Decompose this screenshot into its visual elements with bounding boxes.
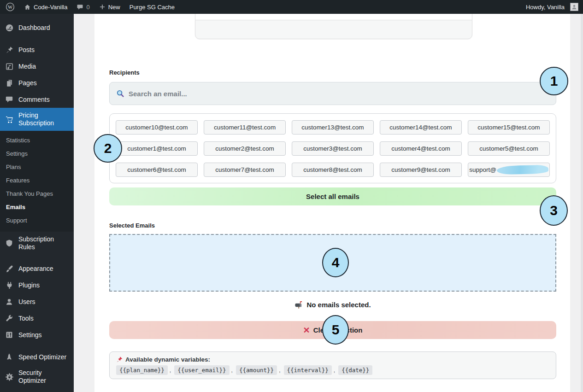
- sidebar-item-label: Subscription Rules: [18, 235, 70, 251]
- pushpin-icon: [5, 45, 14, 54]
- sidebar-item-label: Settings: [18, 331, 42, 339]
- submenu-item-statistics[interactable]: Statistics: [0, 134, 74, 147]
- annotation-callout-2: 2: [94, 134, 122, 163]
- sidebar-item-pages[interactable]: Pages: [0, 75, 74, 91]
- wrench-icon: [5, 314, 14, 323]
- mailbox-icon: [294, 300, 303, 309]
- dynamic-variables-box: Available dynamic variables: {{plan_name…: [109, 351, 556, 379]
- submenu-item-features[interactable]: Features: [0, 174, 74, 187]
- submenu-item-plans[interactable]: Plans: [0, 160, 74, 174]
- site-name-label: Code-Vanilla: [34, 4, 67, 11]
- submenu-item-thank-you-pages[interactable]: Thank You Pages: [0, 187, 74, 200]
- media-icon: [5, 62, 14, 71]
- admin-sidebar: Dashboard Posts Media Pages Comments Pri…: [0, 14, 74, 392]
- sidebar-item-subscription-rules[interactable]: Subscription Rules: [0, 232, 74, 255]
- sidebar-item-label: Posts: [18, 46, 35, 54]
- purge-sg-cache-label: Purge SG Cache: [130, 4, 175, 11]
- purge-sg-cache-menu[interactable]: Purge SG Cache: [125, 0, 179, 14]
- sidebar-item-comments[interactable]: Comments: [0, 91, 74, 108]
- sidebar-item-label: Tools: [18, 315, 34, 322]
- user-icon: [5, 297, 14, 306]
- editor-bottom-partial: [195, 14, 472, 39]
- variable-separator: ,: [279, 367, 280, 374]
- sidebar-item-tools[interactable]: Tools: [0, 310, 74, 327]
- email-chip[interactable]: customer11@test.com: [204, 120, 286, 135]
- submenu-item-settings[interactable]: Settings: [0, 147, 74, 160]
- email-chip[interactable]: customer9@test.com: [380, 163, 462, 177]
- email-chip[interactable]: customer6@test.com: [116, 163, 198, 177]
- submenu-item-emails[interactable]: Emails: [0, 200, 74, 214]
- site-name-menu[interactable]: Code-Vanilla: [19, 0, 72, 14]
- variable-separator: ,: [334, 367, 335, 374]
- select-all-emails-button[interactable]: Select all emails: [109, 187, 556, 205]
- comments-bubble-icon: [5, 95, 14, 104]
- sidebar-item-plugins[interactable]: Plugins: [0, 277, 74, 293]
- sidebar-item-label: Users: [18, 298, 35, 306]
- variables-title: Available dynamic variables:: [125, 356, 210, 363]
- email-chip[interactable]: customer13@test.com: [292, 120, 374, 135]
- sidebar-item-media[interactable]: Media: [0, 58, 74, 75]
- sidebar-item-speed-optimizer[interactable]: Speed Optimizer: [0, 349, 74, 365]
- sidebar-item-pricing-subscription[interactable]: Pricing Subscription: [0, 108, 74, 131]
- admin-top-bar: W Code-Vanilla 0 New Purge SG Cache Ho: [0, 0, 583, 14]
- account-menu[interactable]: Howdy, Vanilla: [520, 0, 583, 14]
- pushpin-red-icon: [116, 356, 123, 363]
- howdy-label: Howdy, Vanilla: [526, 4, 565, 11]
- security-gear-lock-icon: [5, 372, 14, 381]
- variable-chip: {{interval}}: [284, 365, 332, 375]
- sidebar-item-label: Pricing Subscription: [18, 111, 70, 127]
- sidebar-item-posts[interactable]: Posts: [0, 41, 74, 58]
- plus-icon: [99, 4, 106, 10]
- search-input[interactable]: [129, 90, 549, 98]
- wordpress-logo-menu[interactable]: W: [0, 0, 19, 14]
- email-chip[interactable]: customer1@test.com: [116, 141, 198, 156]
- wordpress-logo-icon: W: [6, 2, 15, 12]
- annotation-callout-5: 5: [322, 315, 349, 345]
- redaction-scribble: [497, 165, 548, 175]
- email-chip[interactable]: customer2@test.com: [204, 141, 286, 156]
- sidebar-item-label: Dashboard: [18, 24, 50, 32]
- search-icon: [116, 89, 125, 98]
- annotation-callout-4: 4: [322, 248, 349, 277]
- red-x-icon: ✕: [303, 326, 310, 334]
- sidebar-item-collapse-menu[interactable]: Collapse Menu: [0, 388, 74, 392]
- sidebar-item-appearance[interactable]: Appearance: [0, 260, 74, 277]
- email-chip[interactable]: customer14@test.com: [380, 120, 462, 135]
- selected-emails-label: Selected Emails: [109, 222, 155, 229]
- recipients-label: Recipients: [109, 69, 140, 76]
- email-chip[interactable]: customer4@test.com: [380, 141, 462, 156]
- variable-chip: {{date}}: [338, 365, 372, 375]
- comments-menu[interactable]: 0: [72, 0, 94, 14]
- rocket-icon: [5, 352, 14, 362]
- variable-separator: ,: [170, 367, 171, 374]
- plug-icon: [5, 281, 14, 290]
- email-chip[interactable]: customer5@test.com: [468, 141, 550, 156]
- email-chip[interactable]: customer3@test.com: [292, 141, 374, 156]
- svg-text:W: W: [8, 5, 13, 10]
- email-chip-support-redacted[interactable]: support@: [468, 163, 550, 177]
- sidebar-item-settings[interactable]: Settings: [0, 327, 74, 343]
- sidebar-item-security-optimizer[interactable]: Security Optimizer: [0, 365, 74, 388]
- sidebar-item-label: Security Optimizer: [18, 369, 70, 385]
- submenu-item-support[interactable]: Support: [0, 214, 74, 227]
- settings-sliders-icon: [5, 330, 14, 339]
- no-emails-text: No emails selected.: [306, 301, 371, 309]
- email-chip[interactable]: customer8@test.com: [292, 163, 374, 177]
- sidebar-item-label: Media: [18, 63, 36, 70]
- new-content-menu[interactable]: New: [94, 0, 125, 14]
- support-email-prefix: support@: [469, 166, 496, 173]
- sidebar-item-dashboard[interactable]: Dashboard: [0, 19, 74, 36]
- sidebar-item-label: Appearance: [18, 265, 53, 273]
- email-chip[interactable]: customer10@test.com: [116, 120, 198, 135]
- scrollbar-track[interactable]: [581, 14, 583, 392]
- variable-chip: {{amount}}: [236, 365, 277, 375]
- email-chip[interactable]: customer15@test.com: [468, 120, 550, 135]
- sidebar-item-label: Comments: [18, 96, 50, 104]
- email-search-box[interactable]: [109, 82, 556, 105]
- variable-chip: {{user_email}}: [174, 365, 229, 375]
- variable-chip: {{plan_name}}: [116, 365, 168, 375]
- email-chip[interactable]: customer7@test.com: [204, 163, 286, 177]
- email-list-box: customer10@test.com customer11@test.com …: [109, 113, 556, 183]
- pages-icon: [5, 78, 14, 88]
- sidebar-item-users[interactable]: Users: [0, 293, 74, 310]
